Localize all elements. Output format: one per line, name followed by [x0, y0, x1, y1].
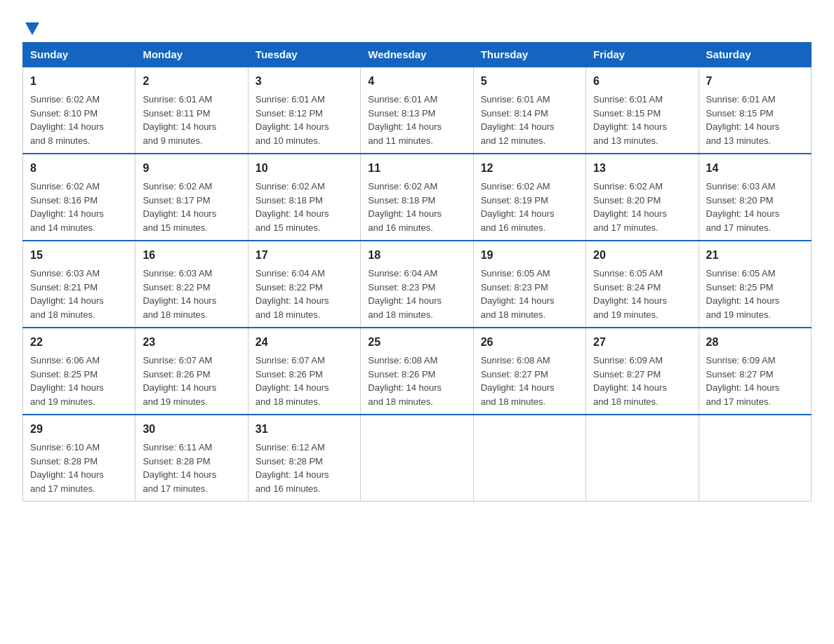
logo: [22, 20, 39, 34]
day-number: 31: [256, 421, 353, 438]
day-info: Sunrise: 6:02 AM Sunset: 8:19 PM Dayligh…: [481, 181, 555, 233]
day-number: 24: [256, 334, 353, 351]
day-info: Sunrise: 6:01 AM Sunset: 8:14 PM Dayligh…: [481, 94, 555, 146]
calendar-week-row: 15 Sunrise: 6:03 AM Sunset: 8:21 PM Dayl…: [23, 241, 812, 328]
day-info: Sunrise: 6:08 AM Sunset: 8:27 PM Dayligh…: [481, 355, 555, 407]
page-header: [22, 17, 812, 34]
calendar-week-row: 1 Sunrise: 6:02 AM Sunset: 8:10 PM Dayli…: [23, 67, 812, 154]
calendar-day-cell: 24 Sunrise: 6:07 AM Sunset: 8:26 PM Dayl…: [248, 328, 360, 415]
day-info: Sunrise: 6:07 AM Sunset: 8:26 PM Dayligh…: [143, 355, 216, 407]
logo-triangle-icon: [25, 22, 39, 35]
day-info: Sunrise: 6:08 AM Sunset: 8:26 PM Dayligh…: [368, 355, 442, 407]
calendar-week-row: 22 Sunrise: 6:06 AM Sunset: 8:25 PM Dayl…: [23, 328, 812, 415]
day-info: Sunrise: 6:02 AM Sunset: 8:17 PM Dayligh…: [143, 181, 216, 233]
calendar-day-cell: 1 Sunrise: 6:02 AM Sunset: 8:10 PM Dayli…: [23, 67, 135, 154]
day-info: Sunrise: 6:05 AM Sunset: 8:24 PM Dayligh…: [593, 268, 667, 320]
day-info: Sunrise: 6:05 AM Sunset: 8:25 PM Dayligh…: [706, 268, 780, 320]
calendar-day-cell: [473, 415, 585, 502]
calendar-day-cell: 22 Sunrise: 6:06 AM Sunset: 8:25 PM Dayl…: [23, 328, 135, 415]
calendar-week-row: 8 Sunrise: 6:02 AM Sunset: 8:16 PM Dayli…: [23, 154, 812, 241]
day-info: Sunrise: 6:02 AM Sunset: 8:18 PM Dayligh…: [256, 181, 329, 233]
column-header-thursday: Thursday: [473, 43, 585, 67]
calendar-day-cell: [699, 415, 811, 502]
day-number: 19: [481, 247, 578, 264]
calendar-day-cell: 12 Sunrise: 6:02 AM Sunset: 8:19 PM Dayl…: [473, 154, 585, 241]
calendar-day-cell: 31 Sunrise: 6:12 AM Sunset: 8:28 PM Dayl…: [248, 415, 360, 502]
day-info: Sunrise: 6:04 AM Sunset: 8:23 PM Dayligh…: [368, 268, 442, 320]
calendar-day-cell: [361, 415, 473, 502]
calendar-day-cell: 5 Sunrise: 6:01 AM Sunset: 8:14 PM Dayli…: [473, 67, 585, 154]
day-info: Sunrise: 6:01 AM Sunset: 8:13 PM Dayligh…: [368, 94, 442, 146]
column-header-saturday: Saturday: [699, 43, 811, 67]
day-info: Sunrise: 6:03 AM Sunset: 8:20 PM Dayligh…: [706, 181, 780, 233]
day-info: Sunrise: 6:07 AM Sunset: 8:26 PM Dayligh…: [256, 355, 329, 407]
day-info: Sunrise: 6:01 AM Sunset: 8:12 PM Dayligh…: [256, 94, 329, 146]
day-number: 9: [143, 160, 240, 177]
calendar-day-cell: 19 Sunrise: 6:05 AM Sunset: 8:23 PM Dayl…: [473, 241, 585, 328]
column-header-tuesday: Tuesday: [248, 43, 360, 67]
day-info: Sunrise: 6:05 AM Sunset: 8:23 PM Dayligh…: [481, 268, 555, 320]
column-header-monday: Monday: [135, 43, 248, 67]
day-number: 2: [143, 73, 240, 90]
day-info: Sunrise: 6:04 AM Sunset: 8:22 PM Dayligh…: [256, 268, 329, 320]
calendar-day-cell: 27 Sunrise: 6:09 AM Sunset: 8:27 PM Dayl…: [586, 328, 699, 415]
calendar-day-cell: 18 Sunrise: 6:04 AM Sunset: 8:23 PM Dayl…: [361, 241, 473, 328]
day-number: 12: [481, 160, 578, 177]
day-info: Sunrise: 6:01 AM Sunset: 8:15 PM Dayligh…: [593, 94, 667, 146]
calendar-day-cell: 2 Sunrise: 6:01 AM Sunset: 8:11 PM Dayli…: [135, 67, 248, 154]
calendar-day-cell: 26 Sunrise: 6:08 AM Sunset: 8:27 PM Dayl…: [473, 328, 585, 415]
column-header-friday: Friday: [586, 43, 699, 67]
day-number: 30: [143, 421, 240, 438]
day-number: 28: [706, 334, 804, 351]
day-number: 17: [256, 247, 353, 264]
calendar-day-cell: 7 Sunrise: 6:01 AM Sunset: 8:15 PM Dayli…: [699, 67, 811, 154]
day-info: Sunrise: 6:06 AM Sunset: 8:25 PM Dayligh…: [30, 355, 104, 407]
day-info: Sunrise: 6:02 AM Sunset: 8:10 PM Dayligh…: [30, 94, 104, 146]
day-number: 3: [256, 73, 353, 90]
calendar-day-cell: [586, 415, 699, 502]
calendar-day-cell: 25 Sunrise: 6:08 AM Sunset: 8:26 PM Dayl…: [361, 328, 473, 415]
day-number: 5: [481, 73, 578, 90]
day-number: 10: [256, 160, 353, 177]
day-info: Sunrise: 6:09 AM Sunset: 8:27 PM Dayligh…: [706, 355, 780, 407]
calendar-day-cell: 16 Sunrise: 6:03 AM Sunset: 8:22 PM Dayl…: [135, 241, 248, 328]
calendar-day-cell: 21 Sunrise: 6:05 AM Sunset: 8:25 PM Dayl…: [699, 241, 811, 328]
calendar-day-cell: 30 Sunrise: 6:11 AM Sunset: 8:28 PM Dayl…: [135, 415, 248, 502]
day-number: 6: [593, 73, 691, 90]
day-number: 25: [368, 334, 465, 351]
day-number: 23: [143, 334, 240, 351]
calendar-day-cell: 15 Sunrise: 6:03 AM Sunset: 8:21 PM Dayl…: [23, 241, 135, 328]
calendar-day-cell: 3 Sunrise: 6:01 AM Sunset: 8:12 PM Dayli…: [248, 67, 360, 154]
day-number: 26: [481, 334, 578, 351]
day-number: 14: [706, 160, 804, 177]
day-number: 8: [30, 160, 128, 177]
day-number: 4: [368, 73, 465, 90]
calendar-day-cell: 6 Sunrise: 6:01 AM Sunset: 8:15 PM Dayli…: [586, 67, 699, 154]
day-info: Sunrise: 6:09 AM Sunset: 8:27 PM Dayligh…: [593, 355, 667, 407]
day-number: 18: [368, 247, 465, 264]
day-number: 1: [30, 73, 128, 90]
day-number: 29: [30, 421, 128, 438]
column-header-wednesday: Wednesday: [361, 43, 473, 67]
calendar-day-cell: 10 Sunrise: 6:02 AM Sunset: 8:18 PM Dayl…: [248, 154, 360, 241]
day-info: Sunrise: 6:02 AM Sunset: 8:16 PM Dayligh…: [30, 181, 104, 233]
day-number: 13: [593, 160, 691, 177]
calendar-day-cell: 28 Sunrise: 6:09 AM Sunset: 8:27 PM Dayl…: [699, 328, 811, 415]
day-number: 7: [706, 73, 804, 90]
calendar-header-row: SundayMondayTuesdayWednesdayThursdayFrid…: [23, 43, 812, 67]
calendar-day-cell: 23 Sunrise: 6:07 AM Sunset: 8:26 PM Dayl…: [135, 328, 248, 415]
day-number: 27: [593, 334, 691, 351]
calendar-day-cell: 20 Sunrise: 6:05 AM Sunset: 8:24 PM Dayl…: [586, 241, 699, 328]
day-info: Sunrise: 6:02 AM Sunset: 8:20 PM Dayligh…: [593, 181, 667, 233]
day-info: Sunrise: 6:02 AM Sunset: 8:18 PM Dayligh…: [368, 181, 442, 233]
day-info: Sunrise: 6:03 AM Sunset: 8:22 PM Dayligh…: [143, 268, 216, 320]
calendar-day-cell: 8 Sunrise: 6:02 AM Sunset: 8:16 PM Dayli…: [23, 154, 135, 241]
calendar-day-cell: 9 Sunrise: 6:02 AM Sunset: 8:17 PM Dayli…: [135, 154, 248, 241]
day-info: Sunrise: 6:01 AM Sunset: 8:11 PM Dayligh…: [143, 94, 216, 146]
day-info: Sunrise: 6:03 AM Sunset: 8:21 PM Dayligh…: [30, 268, 104, 320]
calendar-table: SundayMondayTuesdayWednesdayThursdayFrid…: [22, 42, 812, 502]
calendar-day-cell: 14 Sunrise: 6:03 AM Sunset: 8:20 PM Dayl…: [699, 154, 811, 241]
calendar-day-cell: 17 Sunrise: 6:04 AM Sunset: 8:22 PM Dayl…: [248, 241, 360, 328]
calendar-day-cell: 29 Sunrise: 6:10 AM Sunset: 8:28 PM Dayl…: [23, 415, 135, 502]
day-info: Sunrise: 6:10 AM Sunset: 8:28 PM Dayligh…: [30, 442, 104, 494]
